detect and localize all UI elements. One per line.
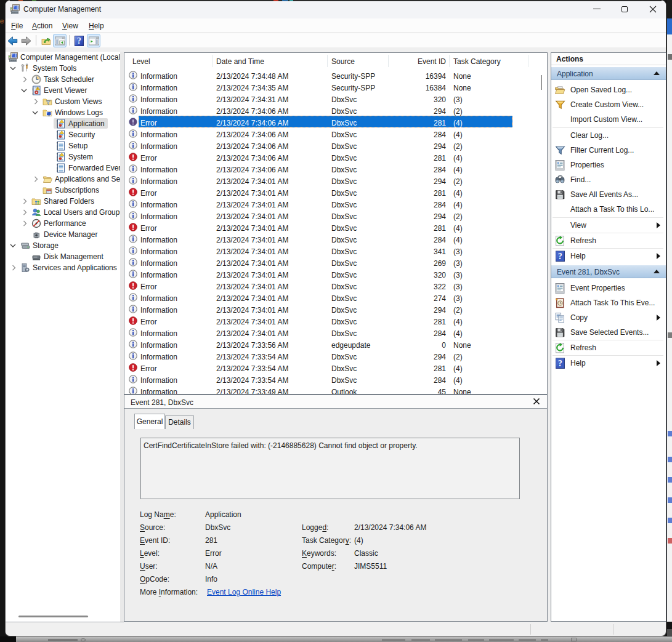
svg-text:?: ?	[558, 252, 562, 261]
svg-text:?: ?	[77, 36, 81, 46]
svg-text:?: ?	[558, 359, 562, 368]
